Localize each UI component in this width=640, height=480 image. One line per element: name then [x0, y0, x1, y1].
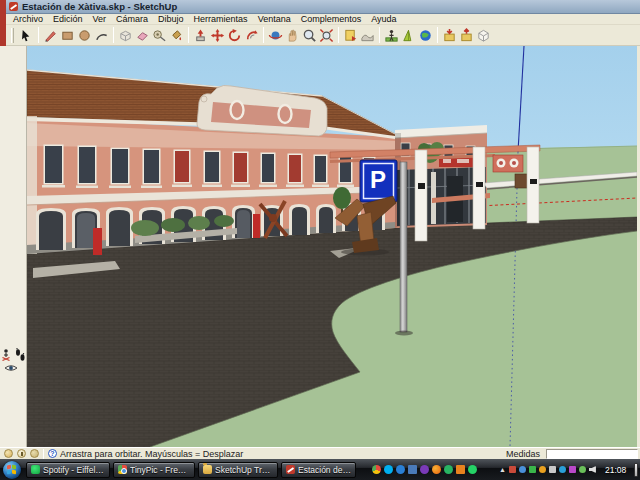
look-around-icon[interactable]	[4, 362, 18, 374]
arc-tool-icon[interactable]	[93, 27, 110, 44]
zoom-extents-tool-icon[interactable]	[318, 27, 335, 44]
offset-tool-icon[interactable]	[243, 27, 260, 44]
status-coin-icon-2[interactable]	[17, 449, 26, 458]
red-banner	[93, 228, 102, 255]
workspace: P	[0, 46, 640, 447]
tray-icon-7[interactable]	[569, 466, 576, 473]
menu-herramientas[interactable]: Herramientas	[189, 14, 253, 24]
toggle-terrain-icon[interactable]	[359, 27, 376, 44]
red-banner-2	[253, 214, 260, 238]
taskbar-item-spotify[interactable]: Spotify - Eiffel 65 – W...	[26, 462, 110, 478]
ql-whatsapp-icon[interactable]	[468, 465, 477, 474]
status-bar: ? Arrastra para orbitar. Mayúsculas = De…	[0, 447, 640, 459]
tray-icon-2[interactable]	[519, 466, 526, 473]
menu-ventana[interactable]: Ventana	[253, 14, 296, 24]
toolbar-grip[interactable]	[11, 28, 14, 43]
tape-measure-tool-icon[interactable]	[151, 27, 168, 44]
status-coin-icon-3[interactable]	[30, 449, 39, 458]
status-coin-icon-1[interactable]	[4, 449, 13, 458]
sketchup-app-icon	[9, 2, 18, 11]
viewport-canvas[interactable]: P	[27, 46, 637, 447]
tray-icon-4[interactable]	[539, 466, 546, 473]
tray-icon-5[interactable]	[549, 466, 556, 473]
ql-folder-icon[interactable]	[408, 465, 417, 474]
status-hint: Arrastra para orbitar. Mayúsculas = Desp…	[60, 449, 243, 459]
pan-tool-icon[interactable]	[284, 27, 301, 44]
system-tray: ▲	[499, 466, 596, 473]
desktop-edge	[0, 0, 6, 46]
tray-icon-8[interactable]	[579, 466, 586, 473]
sign-pole	[400, 162, 407, 332]
get-models-icon[interactable]	[441, 27, 458, 44]
model-box-icon[interactable]	[475, 27, 492, 44]
circle-tool-icon[interactable]	[76, 27, 93, 44]
camera-toolstrip	[0, 46, 27, 447]
main-toolbar	[0, 25, 640, 46]
spotify-icon	[31, 465, 40, 474]
move-tool-icon[interactable]	[209, 27, 226, 44]
tray-arrow-icon[interactable]: ▲	[499, 466, 506, 473]
sandbox-tool-icon[interactable]	[400, 27, 417, 44]
select-tool-icon[interactable]	[18, 27, 35, 44]
menu-dibujo[interactable]: Dibujo	[153, 14, 189, 24]
chrome-icon	[118, 465, 127, 474]
start-button[interactable]	[3, 461, 21, 479]
rotate-tool-icon[interactable]	[226, 27, 243, 44]
ql-vlc-icon[interactable]	[456, 465, 465, 474]
position-camera-icon[interactable]	[1, 348, 13, 362]
ql-messenger-icon[interactable]	[444, 465, 453, 474]
taskbar: Spotify - Eiffel 65 – W... TinyPic - Fre…	[0, 459, 640, 480]
taskbar-item-sketchup[interactable]: Estación de Xàtiva.skp...	[281, 462, 356, 478]
tray-volume-icon[interactable]	[589, 466, 596, 473]
rectangle-tool-icon[interactable]	[59, 27, 76, 44]
walk-tool-icon[interactable]	[14, 348, 26, 362]
parking-sign-letter: P	[370, 166, 386, 193]
menu-bar: Archivo Edición Ver Cámara Dibujo Herram…	[0, 14, 640, 25]
ql-ie-icon[interactable]	[396, 465, 405, 474]
get-current-view-icon[interactable]	[342, 27, 359, 44]
menu-complementos[interactable]: Complementos	[296, 14, 367, 24]
tray-icon-6[interactable]	[559, 466, 566, 473]
window-title: Estación de Xàtiva.skp - SketchUp	[22, 1, 177, 12]
share-model-icon[interactable]	[458, 27, 475, 44]
taskbar-clock[interactable]: 21:08	[605, 465, 626, 475]
line-tool-icon[interactable]	[42, 27, 59, 44]
quick-launch	[372, 465, 477, 474]
tray-icon-1[interactable]	[509, 466, 516, 473]
ql-mediaplayer-icon[interactable]	[420, 465, 429, 474]
menu-archivo[interactable]: Archivo	[8, 14, 48, 24]
google-earth-icon[interactable]	[417, 27, 434, 44]
sketchup-window: Estación de Xàtiva.skp - SketchUp Archiv…	[0, 0, 640, 480]
help-icon[interactable]: ?	[48, 449, 57, 458]
orbit-tool-icon[interactable]	[267, 27, 284, 44]
tray-icon-3[interactable]	[529, 466, 536, 473]
scene: P	[27, 46, 637, 447]
ql-chrome-icon[interactable]	[372, 465, 381, 474]
taskbar-item-tinypic[interactable]: TinyPic - Free Image H...	[113, 462, 195, 478]
measurements-label: Medidas	[506, 449, 540, 459]
menu-edicion[interactable]: Edición	[48, 14, 88, 24]
place-model-icon[interactable]	[383, 27, 400, 44]
push-pull-tool-icon[interactable]	[192, 27, 209, 44]
eraser-tool-icon[interactable]	[134, 27, 151, 44]
menu-ayuda[interactable]: Ayuda	[366, 14, 401, 24]
menu-ver[interactable]: Ver	[88, 14, 112, 24]
taskbar-item-folder[interactable]: SketchUp Trabajos	[198, 462, 278, 478]
menu-camara[interactable]: Cámara	[111, 14, 153, 24]
sketchup-icon	[286, 465, 295, 474]
ql-firefox-icon[interactable]	[432, 465, 441, 474]
measurements-input[interactable]	[546, 449, 638, 459]
show-desktop-button[interactable]	[634, 463, 638, 477]
zoom-tool-icon[interactable]	[301, 27, 318, 44]
make-component-tool-icon[interactable]	[117, 27, 134, 44]
folder-icon	[203, 465, 212, 474]
ql-skype-icon[interactable]	[384, 465, 393, 474]
title-bar[interactable]: Estación de Xàtiva.skp - SketchUp	[0, 0, 640, 14]
paint-bucket-tool-icon[interactable]	[168, 27, 185, 44]
